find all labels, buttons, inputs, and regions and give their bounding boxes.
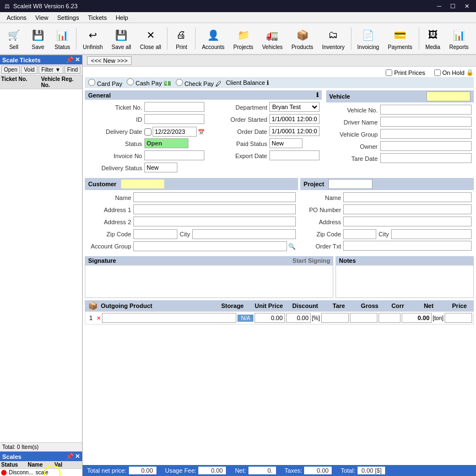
ticket-no-label: Ticket No. xyxy=(87,102,142,113)
ticket-no-field[interactable] xyxy=(144,102,204,112)
paid-status-field[interactable] xyxy=(269,138,302,148)
order-started-field[interactable] xyxy=(269,114,320,124)
inventory-button[interactable]: 🗂 Inventory xyxy=(318,24,348,53)
products-icon: 📦 xyxy=(88,301,98,310)
proj-city-field[interactable] xyxy=(391,229,472,239)
minimize-button[interactable]: ─ xyxy=(435,3,443,10)
cust-name-field[interactable] xyxy=(133,192,296,202)
card-pay-radio[interactable] xyxy=(88,79,95,86)
projects-button[interactable]: 📁 Projects xyxy=(230,24,257,53)
status-label: Status xyxy=(87,138,142,149)
close-all-icon: ✕ xyxy=(143,28,158,43)
address2-field[interactable] xyxy=(133,217,296,226)
vehicle-group-field[interactable] xyxy=(380,129,472,139)
print-button[interactable]: 🖨 Print xyxy=(170,24,193,53)
invoicing-button[interactable]: 📄 Invoicing xyxy=(354,24,383,53)
vehicle-highlight-field[interactable] xyxy=(426,91,470,101)
scales-pin-icon[interactable]: 📌 xyxy=(66,453,74,460)
tare-date-label: Tare Date xyxy=(328,153,378,164)
city-field[interactable] xyxy=(192,229,296,239)
ticket-list[interactable] xyxy=(0,89,82,442)
net-field[interactable] xyxy=(402,313,432,323)
corr-field[interactable] xyxy=(378,313,401,323)
print-prices-checkbox[interactable]: Print Prices xyxy=(386,69,425,76)
close-button[interactable]: ✕ xyxy=(462,3,472,10)
taxes-value: 0.00 xyxy=(304,467,332,474)
address1-field[interactable] xyxy=(133,204,296,214)
unit-price-field[interactable] xyxy=(255,313,285,323)
close-all-button[interactable]: ✕ Close all xyxy=(136,24,165,53)
maximize-button[interactable]: ☐ xyxy=(448,3,458,10)
void-button[interactable]: Void xyxy=(21,66,37,74)
delivery-status-field[interactable] xyxy=(144,163,177,172)
find-button[interactable]: Find xyxy=(64,66,80,74)
delivery-date-field[interactable] xyxy=(153,127,197,137)
tare-date-field[interactable] xyxy=(380,153,472,163)
calendar-icon[interactable]: 📅 xyxy=(198,129,204,135)
menu-actions[interactable]: Actions xyxy=(2,13,31,22)
driver-name-field[interactable] xyxy=(380,117,472,127)
menu-tickets[interactable]: Tickets xyxy=(83,13,111,22)
scales-close-icon[interactable]: ✕ xyxy=(75,453,80,460)
save-all-button[interactable]: 💾 Save all xyxy=(108,24,136,53)
gross-field[interactable] xyxy=(350,313,377,323)
save-button[interactable]: 💾 Save xyxy=(26,24,50,53)
account-group-field[interactable] xyxy=(133,241,287,251)
taxes-item: Taxes: 0.00 xyxy=(285,467,332,474)
delivery-date-checkbox[interactable] xyxy=(144,128,152,136)
order-date-field[interactable] xyxy=(269,126,320,136)
cust-name-label: Name xyxy=(87,192,131,203)
proj-name-label: Name xyxy=(302,192,341,203)
media-button[interactable]: 🖼 Media xyxy=(421,24,445,53)
on-hold-checkbox[interactable]: On Hold 🔒 xyxy=(434,69,474,76)
proj-address-field[interactable] xyxy=(343,217,472,226)
accounts-button[interactable]: 👤 Accounts xyxy=(198,24,228,53)
export-date-label: Export Date xyxy=(207,150,267,161)
payments-button[interactable]: 💳 Payments xyxy=(384,24,416,53)
customer-highlight-field[interactable] xyxy=(121,179,165,189)
start-signing-btn[interactable]: Start Signing xyxy=(121,257,331,264)
signature-body[interactable] xyxy=(85,265,333,298)
invoice-no-field[interactable] xyxy=(144,150,204,160)
vehicles-button[interactable]: 🚛 Vehicles xyxy=(258,24,286,53)
account-group-icon[interactable]: 🔍 xyxy=(288,243,296,250)
order-txt-field[interactable] xyxy=(343,241,472,251)
filter-button[interactable]: Filter ▼ xyxy=(39,66,63,74)
check-pay-label: Check Pay 🖊 xyxy=(176,79,221,87)
notes-body[interactable] xyxy=(336,265,474,298)
proj-name-field[interactable] xyxy=(343,192,472,202)
reports-button[interactable]: 📊 Reports xyxy=(446,24,473,53)
check-pay-radio[interactable] xyxy=(176,79,183,86)
nav-bar: <<< New >>> xyxy=(83,55,476,67)
zip-code-field[interactable] xyxy=(133,229,177,239)
panel-close-icon[interactable]: ✕ xyxy=(75,56,80,63)
owner-field[interactable] xyxy=(380,141,472,151)
po-number-field[interactable] xyxy=(343,204,472,214)
price-field[interactable] xyxy=(445,313,472,323)
status-field[interactable] xyxy=(144,138,188,148)
product-name-field[interactable] xyxy=(102,313,236,323)
panel-toolbar: Open Void Filter ▼ Find xyxy=(0,64,82,75)
department-select[interactable]: Bryan Test xyxy=(269,102,320,112)
menu-settings[interactable]: Settings xyxy=(53,13,84,22)
id-field[interactable] xyxy=(144,114,204,124)
menu-help[interactable]: Help xyxy=(111,13,133,22)
tare-field[interactable] xyxy=(321,313,349,323)
discount-field[interactable] xyxy=(286,313,311,323)
status-button[interactable]: 📊 Status xyxy=(51,24,74,53)
export-date-field[interactable] xyxy=(269,150,320,160)
project-highlight-field[interactable] xyxy=(328,179,372,189)
menu-view[interactable]: View xyxy=(31,13,53,22)
account-group-label: Account Group xyxy=(87,241,131,252)
sell-button[interactable]: 🛒 Sell xyxy=(2,24,25,53)
panel-pin-icon[interactable]: 📌 xyxy=(66,56,74,63)
unit-price-col-header: Unit Price xyxy=(252,302,285,309)
proj-zip-field[interactable] xyxy=(343,229,376,239)
unfinish-button[interactable]: ↩ Unfinish xyxy=(79,24,106,53)
cash-pay-radio[interactable] xyxy=(127,78,134,85)
vehicle-no-field[interactable] xyxy=(380,105,472,115)
product-delete-icon[interactable]: ✕ xyxy=(96,315,101,321)
products-button[interactable]: 📦 Products xyxy=(288,24,317,53)
open-button[interactable]: Open xyxy=(1,66,20,74)
new-nav-button[interactable]: <<< New >>> xyxy=(87,56,132,65)
